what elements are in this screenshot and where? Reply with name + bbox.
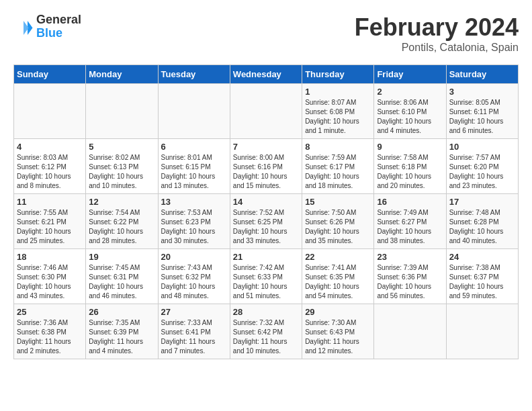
logo-blue: Blue	[36, 27, 81, 40]
calendar-day-cell	[374, 304, 446, 359]
calendar-day-cell: 24Sunrise: 7:38 AM Sunset: 6:37 PM Dayli…	[446, 249, 518, 304]
day-number: 4	[17, 142, 83, 152]
day-info: Sunrise: 8:03 AM Sunset: 6:12 PM Dayligh…	[17, 153, 83, 191]
day-number: 14	[233, 197, 299, 207]
day-number: 7	[233, 142, 299, 152]
day-info: Sunrise: 8:02 AM Sunset: 6:13 PM Dayligh…	[89, 153, 154, 191]
calendar-day-cell: 11Sunrise: 7:55 AM Sunset: 6:21 PM Dayli…	[14, 194, 86, 249]
day-info: Sunrise: 7:52 AM Sunset: 6:25 PM Dayligh…	[233, 208, 299, 246]
day-number: 25	[17, 307, 83, 317]
calendar-day-cell: 5Sunrise: 8:02 AM Sunset: 6:13 PM Daylig…	[86, 139, 158, 194]
day-of-week-header: Friday	[374, 65, 446, 84]
day-info: Sunrise: 7:53 AM Sunset: 6:23 PM Dayligh…	[161, 208, 227, 246]
calendar-header-row: SundayMondayTuesdayWednesdayThursdayFrid…	[14, 65, 519, 84]
calendar-day-cell: 9Sunrise: 7:58 AM Sunset: 6:18 PM Daylig…	[374, 139, 446, 194]
day-info: Sunrise: 8:05 AM Sunset: 6:11 PM Dayligh…	[449, 98, 515, 136]
day-info: Sunrise: 7:41 AM Sunset: 6:35 PM Dayligh…	[305, 263, 371, 301]
day-number: 2	[377, 87, 443, 97]
month-title: February 2024	[355, 13, 519, 42]
day-number: 22	[305, 252, 371, 262]
day-info: Sunrise: 7:49 AM Sunset: 6:27 PM Dayligh…	[377, 208, 443, 246]
day-info: Sunrise: 7:59 AM Sunset: 6:17 PM Dayligh…	[305, 153, 371, 191]
calendar-day-cell: 23Sunrise: 7:39 AM Sunset: 6:36 PM Dayli…	[374, 249, 446, 304]
day-number: 27	[161, 307, 227, 317]
day-info: Sunrise: 7:50 AM Sunset: 6:26 PM Dayligh…	[305, 208, 371, 246]
page-header: General Blue February 2024 Pontils, Cata…	[13, 13, 519, 54]
day-of-week-header: Thursday	[302, 65, 374, 84]
calendar-day-cell: 14Sunrise: 7:52 AM Sunset: 6:25 PM Dayli…	[230, 194, 302, 249]
calendar-day-cell: 10Sunrise: 7:57 AM Sunset: 6:20 PM Dayli…	[446, 139, 518, 194]
calendar-day-cell	[86, 84, 158, 139]
day-number: 15	[305, 197, 371, 207]
logo-icon	[13, 17, 34, 37]
calendar-day-cell: 29Sunrise: 7:30 AM Sunset: 6:43 PM Dayli…	[302, 304, 374, 359]
calendar-day-cell: 12Sunrise: 7:54 AM Sunset: 6:22 PM Dayli…	[86, 194, 158, 249]
location: Pontils, Catalonia, Spain	[355, 42, 519, 54]
day-number: 20	[161, 252, 227, 262]
day-number: 19	[89, 252, 154, 262]
day-number: 11	[17, 197, 83, 207]
calendar-day-cell: 17Sunrise: 7:48 AM Sunset: 6:28 PM Dayli…	[446, 194, 518, 249]
day-of-week-header: Monday	[86, 65, 158, 84]
day-info: Sunrise: 7:42 AM Sunset: 6:33 PM Dayligh…	[233, 263, 299, 301]
day-number: 23	[377, 252, 443, 262]
day-of-week-header: Saturday	[446, 65, 518, 84]
day-info: Sunrise: 7:32 AM Sunset: 6:42 PM Dayligh…	[233, 318, 299, 356]
logo: General Blue	[13, 13, 81, 40]
day-info: Sunrise: 7:54 AM Sunset: 6:22 PM Dayligh…	[89, 208, 154, 246]
day-info: Sunrise: 8:07 AM Sunset: 6:08 PM Dayligh…	[305, 98, 371, 136]
calendar-day-cell: 3Sunrise: 8:05 AM Sunset: 6:11 PM Daylig…	[446, 84, 518, 139]
calendar-day-cell: 19Sunrise: 7:45 AM Sunset: 6:31 PM Dayli…	[86, 249, 158, 304]
calendar-day-cell	[230, 84, 302, 139]
calendar-day-cell: 18Sunrise: 7:46 AM Sunset: 6:30 PM Dayli…	[14, 249, 86, 304]
calendar-day-cell: 7Sunrise: 8:00 AM Sunset: 6:16 PM Daylig…	[230, 139, 302, 194]
day-info: Sunrise: 7:43 AM Sunset: 6:32 PM Dayligh…	[161, 263, 227, 301]
calendar-day-cell: 13Sunrise: 7:53 AM Sunset: 6:23 PM Dayli…	[158, 194, 230, 249]
day-info: Sunrise: 7:46 AM Sunset: 6:30 PM Dayligh…	[17, 263, 83, 301]
day-info: Sunrise: 7:45 AM Sunset: 6:31 PM Dayligh…	[89, 263, 154, 301]
calendar-day-cell: 1Sunrise: 8:07 AM Sunset: 6:08 PM Daylig…	[302, 84, 374, 139]
day-info: Sunrise: 7:38 AM Sunset: 6:37 PM Dayligh…	[449, 263, 515, 301]
calendar-day-cell: 4Sunrise: 8:03 AM Sunset: 6:12 PM Daylig…	[14, 139, 86, 194]
calendar-week-row: 25Sunrise: 7:36 AM Sunset: 6:38 PM Dayli…	[14, 304, 519, 359]
day-info: Sunrise: 7:48 AM Sunset: 6:28 PM Dayligh…	[449, 208, 515, 246]
calendar-day-cell: 16Sunrise: 7:49 AM Sunset: 6:27 PM Dayli…	[374, 194, 446, 249]
day-number: 18	[17, 252, 83, 262]
calendar: SundayMondayTuesdayWednesdayThursdayFrid…	[13, 64, 519, 359]
day-number: 26	[89, 307, 154, 317]
calendar-day-cell: 15Sunrise: 7:50 AM Sunset: 6:26 PM Dayli…	[302, 194, 374, 249]
day-info: Sunrise: 7:57 AM Sunset: 6:20 PM Dayligh…	[449, 153, 515, 191]
calendar-day-cell: 27Sunrise: 7:33 AM Sunset: 6:41 PM Dayli…	[158, 304, 230, 359]
day-of-week-header: Wednesday	[230, 65, 302, 84]
day-number: 10	[449, 142, 515, 152]
calendar-day-cell: 20Sunrise: 7:43 AM Sunset: 6:32 PM Dayli…	[158, 249, 230, 304]
day-info: Sunrise: 7:36 AM Sunset: 6:38 PM Dayligh…	[17, 318, 83, 356]
calendar-day-cell	[158, 84, 230, 139]
day-info: Sunrise: 7:35 AM Sunset: 6:39 PM Dayligh…	[89, 318, 154, 356]
day-number: 12	[89, 197, 154, 207]
day-info: Sunrise: 7:33 AM Sunset: 6:41 PM Dayligh…	[161, 318, 227, 356]
day-of-week-header: Sunday	[14, 65, 86, 84]
day-info: Sunrise: 8:00 AM Sunset: 6:16 PM Dayligh…	[233, 153, 299, 191]
day-number: 24	[449, 252, 515, 262]
day-info: Sunrise: 7:30 AM Sunset: 6:43 PM Dayligh…	[305, 318, 371, 356]
calendar-week-row: 1Sunrise: 8:07 AM Sunset: 6:08 PM Daylig…	[14, 84, 519, 139]
day-info: Sunrise: 7:39 AM Sunset: 6:36 PM Dayligh…	[377, 263, 443, 301]
calendar-day-cell	[14, 84, 86, 139]
day-number: 1	[305, 87, 371, 97]
day-number: 21	[233, 252, 299, 262]
calendar-day-cell	[446, 304, 518, 359]
day-number: 28	[233, 307, 299, 317]
day-number: 3	[449, 87, 515, 97]
calendar-week-row: 11Sunrise: 7:55 AM Sunset: 6:21 PM Dayli…	[14, 194, 519, 249]
day-number: 5	[89, 142, 154, 152]
day-number: 29	[305, 307, 371, 317]
calendar-day-cell: 26Sunrise: 7:35 AM Sunset: 6:39 PM Dayli…	[86, 304, 158, 359]
calendar-day-cell: 25Sunrise: 7:36 AM Sunset: 6:38 PM Dayli…	[14, 304, 86, 359]
calendar-week-row: 4Sunrise: 8:03 AM Sunset: 6:12 PM Daylig…	[14, 139, 519, 194]
title-block: February 2024 Pontils, Catalonia, Spain	[355, 13, 519, 54]
calendar-day-cell: 8Sunrise: 7:59 AM Sunset: 6:17 PM Daylig…	[302, 139, 374, 194]
calendar-day-cell: 2Sunrise: 8:06 AM Sunset: 6:10 PM Daylig…	[374, 84, 446, 139]
logo-text: General Blue	[36, 13, 81, 40]
day-info: Sunrise: 8:06 AM Sunset: 6:10 PM Dayligh…	[377, 98, 443, 136]
